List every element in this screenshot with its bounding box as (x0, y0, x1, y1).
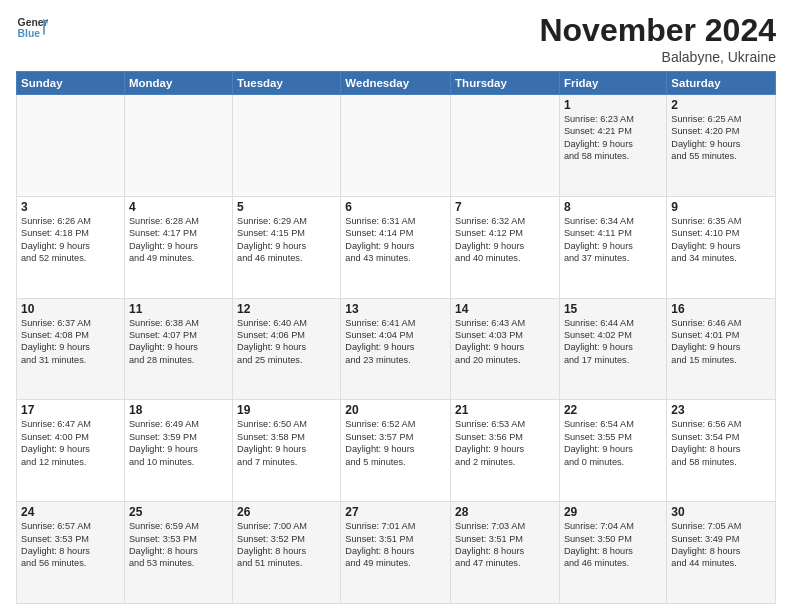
day-content: Sunrise: 6:34 AMSunset: 4:11 PMDaylight:… (564, 215, 662, 265)
month-title: November 2024 (539, 12, 776, 49)
table-row: 9Sunrise: 6:35 AMSunset: 4:10 PMDaylight… (667, 196, 776, 298)
day-content: Sunrise: 6:32 AMSunset: 4:12 PMDaylight:… (455, 215, 555, 265)
table-row: 21Sunrise: 6:53 AMSunset: 3:56 PMDayligh… (451, 400, 560, 502)
table-row: 6Sunrise: 6:31 AMSunset: 4:14 PMDaylight… (341, 196, 451, 298)
day-content: Sunrise: 6:47 AMSunset: 4:00 PMDaylight:… (21, 418, 120, 468)
day-number: 16 (671, 302, 771, 316)
day-content: Sunrise: 6:28 AMSunset: 4:17 PMDaylight:… (129, 215, 228, 265)
table-row: 14Sunrise: 6:43 AMSunset: 4:03 PMDayligh… (451, 298, 560, 400)
day-number: 5 (237, 200, 336, 214)
day-number: 28 (455, 505, 555, 519)
day-number: 30 (671, 505, 771, 519)
day-number: 26 (237, 505, 336, 519)
location: Balabyne, Ukraine (539, 49, 776, 65)
day-number: 20 (345, 403, 446, 417)
table-row (341, 95, 451, 197)
day-number: 4 (129, 200, 228, 214)
day-content: Sunrise: 6:46 AMSunset: 4:01 PMDaylight:… (671, 317, 771, 367)
day-number: 13 (345, 302, 446, 316)
day-content: Sunrise: 6:53 AMSunset: 3:56 PMDaylight:… (455, 418, 555, 468)
table-row: 22Sunrise: 6:54 AMSunset: 3:55 PMDayligh… (559, 400, 666, 502)
day-content: Sunrise: 6:31 AMSunset: 4:14 PMDaylight:… (345, 215, 446, 265)
table-row: 30Sunrise: 7:05 AMSunset: 3:49 PMDayligh… (667, 502, 776, 604)
table-row: 28Sunrise: 7:03 AMSunset: 3:51 PMDayligh… (451, 502, 560, 604)
table-row: 13Sunrise: 6:41 AMSunset: 4:04 PMDayligh… (341, 298, 451, 400)
header-monday: Monday (124, 72, 232, 95)
day-number: 12 (237, 302, 336, 316)
day-number: 3 (21, 200, 120, 214)
svg-text:Blue: Blue (18, 28, 41, 39)
day-number: 24 (21, 505, 120, 519)
header-tuesday: Tuesday (233, 72, 341, 95)
day-content: Sunrise: 6:41 AMSunset: 4:04 PMDaylight:… (345, 317, 446, 367)
header-friday: Friday (559, 72, 666, 95)
table-row (451, 95, 560, 197)
day-content: Sunrise: 6:50 AMSunset: 3:58 PMDaylight:… (237, 418, 336, 468)
table-row (17, 95, 125, 197)
day-content: Sunrise: 6:23 AMSunset: 4:21 PMDaylight:… (564, 113, 662, 163)
table-row: 7Sunrise: 6:32 AMSunset: 4:12 PMDaylight… (451, 196, 560, 298)
header-wednesday: Wednesday (341, 72, 451, 95)
table-row: 20Sunrise: 6:52 AMSunset: 3:57 PMDayligh… (341, 400, 451, 502)
calendar-header: Sunday Monday Tuesday Wednesday Thursday… (17, 72, 776, 95)
day-number: 23 (671, 403, 771, 417)
day-number: 8 (564, 200, 662, 214)
table-row: 18Sunrise: 6:49 AMSunset: 3:59 PMDayligh… (124, 400, 232, 502)
table-row: 23Sunrise: 6:56 AMSunset: 3:54 PMDayligh… (667, 400, 776, 502)
logo-icon: General Blue (16, 12, 48, 44)
table-row: 24Sunrise: 6:57 AMSunset: 3:53 PMDayligh… (17, 502, 125, 604)
table-row: 10Sunrise: 6:37 AMSunset: 4:08 PMDayligh… (17, 298, 125, 400)
day-number: 1 (564, 98, 662, 112)
table-row: 1Sunrise: 6:23 AMSunset: 4:21 PMDaylight… (559, 95, 666, 197)
day-content: Sunrise: 6:44 AMSunset: 4:02 PMDaylight:… (564, 317, 662, 367)
day-number: 2 (671, 98, 771, 112)
table-row: 2Sunrise: 6:25 AMSunset: 4:20 PMDaylight… (667, 95, 776, 197)
header-saturday: Saturday (667, 72, 776, 95)
day-number: 18 (129, 403, 228, 417)
day-content: Sunrise: 6:35 AMSunset: 4:10 PMDaylight:… (671, 215, 771, 265)
day-content: Sunrise: 6:49 AMSunset: 3:59 PMDaylight:… (129, 418, 228, 468)
day-content: Sunrise: 6:26 AMSunset: 4:18 PMDaylight:… (21, 215, 120, 265)
table-row (124, 95, 232, 197)
day-content: Sunrise: 6:25 AMSunset: 4:20 PMDaylight:… (671, 113, 771, 163)
calendar: Sunday Monday Tuesday Wednesday Thursday… (16, 71, 776, 604)
day-content: Sunrise: 6:37 AMSunset: 4:08 PMDaylight:… (21, 317, 120, 367)
table-row: 12Sunrise: 6:40 AMSunset: 4:06 PMDayligh… (233, 298, 341, 400)
calendar-table: Sunday Monday Tuesday Wednesday Thursday… (16, 71, 776, 604)
day-content: Sunrise: 7:03 AMSunset: 3:51 PMDaylight:… (455, 520, 555, 570)
logo: General Blue (16, 12, 48, 44)
table-row: 19Sunrise: 6:50 AMSunset: 3:58 PMDayligh… (233, 400, 341, 502)
table-row: 3Sunrise: 6:26 AMSunset: 4:18 PMDaylight… (17, 196, 125, 298)
day-number: 17 (21, 403, 120, 417)
day-content: Sunrise: 6:40 AMSunset: 4:06 PMDaylight:… (237, 317, 336, 367)
day-number: 10 (21, 302, 120, 316)
table-row: 27Sunrise: 7:01 AMSunset: 3:51 PMDayligh… (341, 502, 451, 604)
title-block: November 2024 Balabyne, Ukraine (539, 12, 776, 65)
table-row: 4Sunrise: 6:28 AMSunset: 4:17 PMDaylight… (124, 196, 232, 298)
day-number: 27 (345, 505, 446, 519)
day-number: 22 (564, 403, 662, 417)
day-number: 6 (345, 200, 446, 214)
table-row: 16Sunrise: 6:46 AMSunset: 4:01 PMDayligh… (667, 298, 776, 400)
table-row: 15Sunrise: 6:44 AMSunset: 4:02 PMDayligh… (559, 298, 666, 400)
table-row: 11Sunrise: 6:38 AMSunset: 4:07 PMDayligh… (124, 298, 232, 400)
day-content: Sunrise: 6:43 AMSunset: 4:03 PMDaylight:… (455, 317, 555, 367)
day-number: 29 (564, 505, 662, 519)
table-row: 29Sunrise: 7:04 AMSunset: 3:50 PMDayligh… (559, 502, 666, 604)
day-content: Sunrise: 6:54 AMSunset: 3:55 PMDaylight:… (564, 418, 662, 468)
day-number: 14 (455, 302, 555, 316)
day-content: Sunrise: 6:38 AMSunset: 4:07 PMDaylight:… (129, 317, 228, 367)
table-row (233, 95, 341, 197)
day-number: 9 (671, 200, 771, 214)
day-number: 15 (564, 302, 662, 316)
calendar-body: 1Sunrise: 6:23 AMSunset: 4:21 PMDaylight… (17, 95, 776, 604)
day-content: Sunrise: 6:59 AMSunset: 3:53 PMDaylight:… (129, 520, 228, 570)
day-content: Sunrise: 6:57 AMSunset: 3:53 PMDaylight:… (21, 520, 120, 570)
day-content: Sunrise: 6:52 AMSunset: 3:57 PMDaylight:… (345, 418, 446, 468)
page-header: General Blue November 2024 Balabyne, Ukr… (16, 12, 776, 65)
table-row: 5Sunrise: 6:29 AMSunset: 4:15 PMDaylight… (233, 196, 341, 298)
day-content: Sunrise: 6:56 AMSunset: 3:54 PMDaylight:… (671, 418, 771, 468)
header-thursday: Thursday (451, 72, 560, 95)
day-number: 25 (129, 505, 228, 519)
day-content: Sunrise: 7:05 AMSunset: 3:49 PMDaylight:… (671, 520, 771, 570)
